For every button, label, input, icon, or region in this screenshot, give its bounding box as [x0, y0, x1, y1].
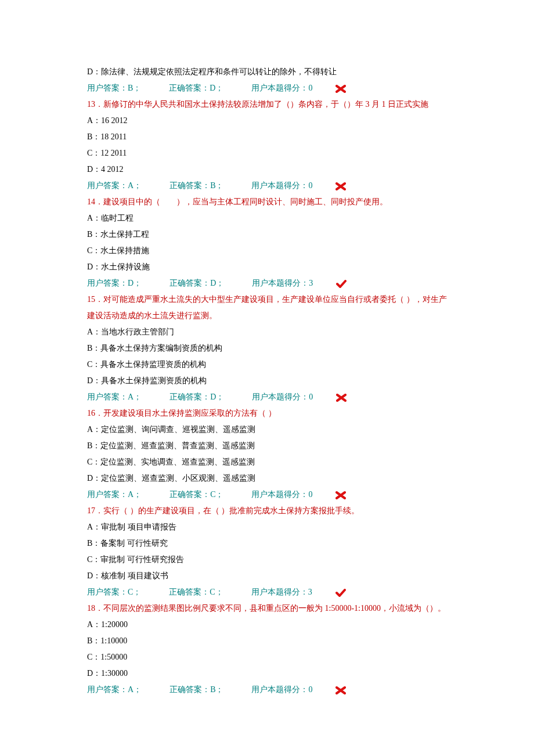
score: 用户本题得分：0: [251, 178, 312, 194]
correct-answer: 正确答案：D；: [169, 80, 223, 96]
right-icon: [336, 275, 347, 291]
q16-option-b: B：定位监测、巡查监测、普查监测、遥感监测: [87, 438, 447, 454]
question-14: 14．建设项目中的（ ），应当与主体工程同时设计、同时施工、同时投产使用。: [87, 194, 447, 210]
q14-option-d: D：水土保持设施: [87, 259, 447, 275]
correct-answer: 正确答案：C；: [169, 487, 223, 503]
user-answer: 用户答案：C；: [87, 584, 141, 600]
question-15: 15．对可能造成严重水土流失的大中型生产建设项目，生产建设单位应当自行或者委托（…: [87, 291, 447, 324]
q17-option-d: D：核准制 项目建议书: [87, 568, 447, 584]
right-icon: [335, 584, 346, 600]
q14-option-c: C：水土保持措施: [87, 243, 447, 259]
wrong-icon: [335, 487, 346, 503]
q13-option-b: B：18 2011: [87, 129, 447, 145]
user-answer: 用户答案：A；: [87, 682, 142, 698]
user-answer: 用户答案：D；: [87, 275, 142, 291]
q18-option-c: C：1:50000: [87, 649, 447, 665]
q14-option-b: B：水土保持工程: [87, 226, 447, 243]
result-line-18: 用户答案：A； 正确答案：B； 用户本题得分：0: [87, 682, 447, 698]
q15-option-b: B：具备水土保持方案编制资质的机构: [87, 340, 447, 357]
q16-option-c: C：定位监测、实地调查、巡查监测、遥感监测: [87, 454, 447, 470]
result-line-16: 用户答案：A； 正确答案：C； 用户本题得分：0: [87, 487, 447, 503]
user-answer: 用户答案：A；: [87, 487, 142, 503]
result-line-15: 用户答案：A； 正确答案：D； 用户本题得分：0: [87, 389, 447, 405]
q17-option-c: C：审批制 可行性研究报告: [87, 552, 447, 568]
correct-answer: 正确答案：B；: [169, 682, 223, 698]
q14-option-a: A：临时工程: [87, 210, 447, 226]
correct-answer: 正确答案：B；: [169, 178, 223, 194]
q13-option-d: D：4 2012: [87, 161, 447, 178]
result-line-pre: 用户答案：B； 正确答案：D； 用户本题得分：0: [87, 80, 447, 96]
q17-option-b: B：备案制 可行性研究: [87, 535, 447, 552]
result-line-13: 用户答案：A； 正确答案：B； 用户本题得分：0: [87, 178, 447, 194]
q13-option-c: C：12 2011: [87, 145, 447, 161]
q15-option-a: A：当地水行政主管部门: [87, 324, 447, 340]
question-17: 17．实行（ ）的生产建设项目，在（ ）批准前完成水土保持方案报批手续。: [87, 503, 447, 519]
score: 用户本题得分：0: [251, 682, 312, 698]
user-answer: 用户答案：A；: [87, 389, 142, 405]
wrong-icon: [335, 178, 346, 194]
q16-option-a: A：定位监测、询问调查、巡视监测、遥感监测: [87, 422, 447, 438]
q18-option-d: D：1:30000: [87, 665, 447, 682]
result-line-17: 用户答案：C； 正确答案：C； 用户本题得分：3: [87, 584, 447, 600]
score: 用户本题得分：0: [251, 80, 312, 96]
question-13: 13．新修订的中华人民共和国水土保持法较原法增加了（）条内容，于（）年 3 月 …: [87, 96, 447, 113]
correct-answer: 正确答案：C；: [169, 584, 223, 600]
user-answer: 用户答案：A；: [87, 178, 142, 194]
score: 用户本题得分：3: [251, 584, 312, 600]
question-18: 18．不同层次的监测结果图比例尺要求不同，县和重点区的一般为 1:50000-1…: [87, 600, 447, 617]
correct-answer: 正确答案：D；: [169, 389, 224, 405]
score: 用户本题得分：0: [251, 487, 312, 503]
q15-option-d: D：具备水土保持监测资质的机构: [87, 373, 447, 389]
q18-option-b: B：1:10000: [87, 633, 447, 649]
wrong-icon: [335, 80, 346, 96]
q16-option-d: D：定位监测、巡查监测、小区观测、遥感监测: [87, 470, 447, 487]
q15-option-c: C：具备水土保持监理资质的机构: [87, 357, 447, 373]
result-line-14: 用户答案：D； 正确答案：D； 用户本题得分：3: [87, 275, 447, 291]
wrong-icon: [335, 682, 346, 698]
q17-option-a: A：审批制 项目申请报告: [87, 519, 447, 535]
user-answer: 用户答案：B；: [87, 80, 141, 96]
score: 用户本题得分：3: [252, 275, 313, 291]
q13-option-a: A：16 2012: [87, 113, 447, 129]
option-d-pre: D：除法律、法规规定依照法定程序和条件可以转让的除外，不得转让: [87, 64, 447, 80]
wrong-icon: [336, 389, 347, 405]
q18-option-a: A：1:20000: [87, 617, 447, 633]
score: 用户本题得分：0: [252, 389, 313, 405]
correct-answer: 正确答案：D；: [169, 275, 224, 291]
question-16: 16．开发建设项目水土保持监测应采取的方法有（ ）: [87, 405, 447, 422]
